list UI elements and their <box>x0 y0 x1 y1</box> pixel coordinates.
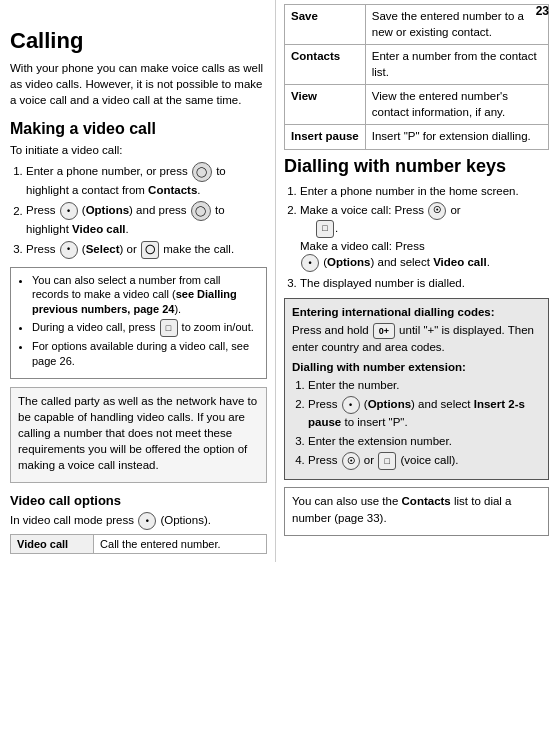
int-dialling-text: Press and hold 0+ until "+" is displayed… <box>292 322 541 355</box>
note-item-3: For options available during a video cal… <box>32 339 259 369</box>
dialling-step-2: Make a voice call: Press ☉ or □. Make a … <box>300 202 549 272</box>
dialling-steps: Enter a phone number in the home screen.… <box>284 183 549 291</box>
options-btn-icon: • <box>60 202 78 220</box>
note-item-1: You can also select a number from call r… <box>32 273 259 318</box>
ext-step-2: Press • (Options) and select Insert 2-s … <box>308 396 541 430</box>
note-list: You can also select a number from call r… <box>18 273 259 369</box>
video-call-table: Video call Call the entered number. <box>10 534 267 554</box>
options-label-contacts: Contacts <box>285 45 366 85</box>
options-label-insert: Insert pause <box>285 125 366 150</box>
info-text: The called party as well as the network … <box>18 393 259 473</box>
options-btn-2: • <box>138 512 156 530</box>
int-dialling-box: Entering international dialling codes: P… <box>284 298 549 481</box>
options-btn-4: • <box>342 396 360 414</box>
options-row-save: Save Save the entered number to a new or… <box>285 5 549 45</box>
page-title: Calling <box>10 28 267 54</box>
options-desc-save: Save the entered number to a new or exis… <box>365 5 548 45</box>
o-plus-icon: 0+ <box>373 323 395 339</box>
bottom-note-text: You can also use the Contacts list to di… <box>292 493 541 525</box>
left-column: Calling With your phone you can make voi… <box>0 0 275 562</box>
options-row-insert: Insert pause Insert "P" for extension di… <box>285 125 549 150</box>
dialling-heading: Dialling with number keys <box>284 156 549 177</box>
select-btn-icon: • <box>60 241 78 259</box>
options-btn-3: • <box>301 254 319 272</box>
step-3: Press • (Select) or ◯ make the call. <box>26 241 267 259</box>
ext-step-3: Enter the extension number. <box>308 433 541 449</box>
ext-step-1: Enter the number. <box>308 377 541 393</box>
page-number: 23 <box>536 4 549 18</box>
video-call-options-text: In video call mode press • (Options). <box>10 512 267 530</box>
nav-icon-2: ◯ <box>191 201 211 221</box>
making-video-call-heading: Making a video call <box>10 120 267 138</box>
note-box: You can also select a number from call r… <box>10 267 267 379</box>
to-initiate-label: To initiate a video call: <box>10 142 267 158</box>
ext-step-4: Press ☉ or □ (voice call). <box>308 452 541 470</box>
options-desc-contacts: Enter a number from the contact list. <box>365 45 548 85</box>
zoom-icon: □ <box>160 319 178 337</box>
note-item-2: During a video call, press □ to zoom in/… <box>32 319 259 337</box>
call-icon-2: ☉ <box>342 452 360 470</box>
options-row-view: View View the entered number's contact i… <box>285 85 549 125</box>
call-btn-icon: ◯ <box>141 241 159 259</box>
vc-col1: Video call <box>11 535 94 554</box>
int-dialling-title: Entering international dialling codes: <box>292 304 541 320</box>
ext-steps: Enter the number. Press • (Options) and … <box>292 377 541 470</box>
voice-call-icon-2: □ <box>316 220 334 238</box>
dialling-step-3: The displayed number is dialled. <box>300 275 549 291</box>
nav-icon: ◯ <box>192 162 212 182</box>
vc-table-row: Video call Call the entered number. <box>11 535 267 554</box>
ext-dialling-title: Dialling with number extension: <box>292 359 541 375</box>
options-label-save: Save <box>285 5 366 45</box>
options-table: Save Save the entered number to a new or… <box>284 4 549 150</box>
step-1: Enter a phone number, or press ◯ to high… <box>26 162 267 198</box>
info-box: The called party as well as the network … <box>10 387 267 483</box>
right-column: Save Save the entered number to a new or… <box>275 0 557 562</box>
step-2: Press • (Options) and press ◯ to highlig… <box>26 201 267 237</box>
options-row-contacts: Contacts Enter a number from the contact… <box>285 45 549 85</box>
bottom-note: You can also use the Contacts list to di… <box>284 487 549 535</box>
video-call-steps: Enter a phone number, or press ◯ to high… <box>10 162 267 258</box>
options-desc-view: View the entered number's contact inform… <box>365 85 548 125</box>
vc-col2: Call the entered number. <box>94 535 267 554</box>
intro-text: With your phone you can make voice calls… <box>10 60 267 108</box>
options-desc-insert: Insert "P" for extension dialling. <box>365 125 548 150</box>
video-call-options-heading: Video call options <box>10 493 267 508</box>
call-icon-3: □ <box>378 452 396 470</box>
voice-call-icon-1: ☉ <box>428 202 446 220</box>
options-label-view: View <box>285 85 366 125</box>
dialling-step-1: Enter a phone number in the home screen. <box>300 183 549 199</box>
